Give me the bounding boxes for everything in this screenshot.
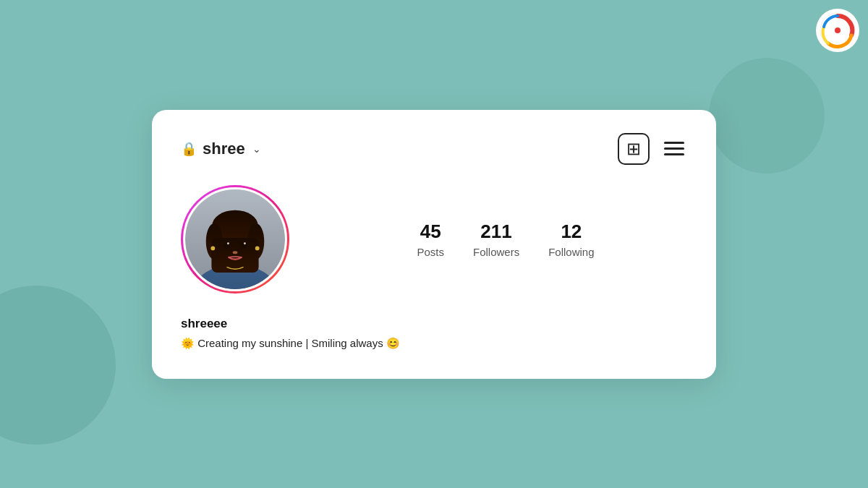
app-logo xyxy=(816,9,859,52)
following-label: Following xyxy=(548,246,594,258)
bg-blob-right xyxy=(709,58,825,174)
svg-point-16 xyxy=(233,251,238,254)
add-post-button[interactable]: ⊞ xyxy=(618,133,650,165)
bio-section: shreeee 🌞 Creating my sunshine | Smiling… xyxy=(181,314,687,350)
posts-count: 45 xyxy=(420,221,441,243)
followers-count: 211 xyxy=(480,221,511,243)
svg-rect-11 xyxy=(211,238,258,273)
profile-card: 🔒 shree ⌄ ⊞ xyxy=(152,110,716,379)
avatar xyxy=(183,187,287,291)
bg-blob-left xyxy=(0,286,116,445)
posts-label: Posts xyxy=(417,246,444,258)
following-stat[interactable]: 12 Following xyxy=(548,221,594,258)
menu-line-2 xyxy=(664,147,684,150)
plus-icon: ⊞ xyxy=(626,140,641,158)
stats-section: 45 Posts 211 Followers 12 Following xyxy=(324,221,687,258)
lock-icon: 🔒 xyxy=(181,141,197,157)
username-label: shree xyxy=(203,140,245,158)
menu-button[interactable] xyxy=(661,139,687,158)
posts-stat[interactable]: 45 Posts xyxy=(417,221,444,258)
menu-line-3 xyxy=(664,153,684,155)
avatar-ring xyxy=(181,185,289,294)
followers-label: Followers xyxy=(473,246,519,258)
svg-point-18 xyxy=(255,246,260,250)
svg-point-2 xyxy=(835,27,841,33)
following-count: 12 xyxy=(561,221,582,243)
svg-point-14 xyxy=(227,242,229,244)
followers-stat[interactable]: 211 Followers xyxy=(473,221,519,258)
card-header: 🔒 shree ⌄ ⊞ xyxy=(181,133,687,165)
bio-text: 🌞 Creating my sunshine | Smiling always … xyxy=(181,337,687,350)
chevron-down-icon[interactable]: ⌄ xyxy=(252,143,261,155)
menu-line-1 xyxy=(664,142,684,144)
svg-point-13 xyxy=(240,241,247,249)
profile-section: 45 Posts 211 Followers 12 Following xyxy=(181,185,687,294)
username-section: 🔒 shree ⌄ xyxy=(181,140,261,158)
avatar-wrapper xyxy=(181,185,289,294)
svg-point-12 xyxy=(224,241,231,249)
display-name: shreeee xyxy=(181,317,687,331)
svg-point-17 xyxy=(210,246,215,250)
header-actions: ⊞ xyxy=(618,133,687,165)
svg-point-15 xyxy=(244,242,246,244)
